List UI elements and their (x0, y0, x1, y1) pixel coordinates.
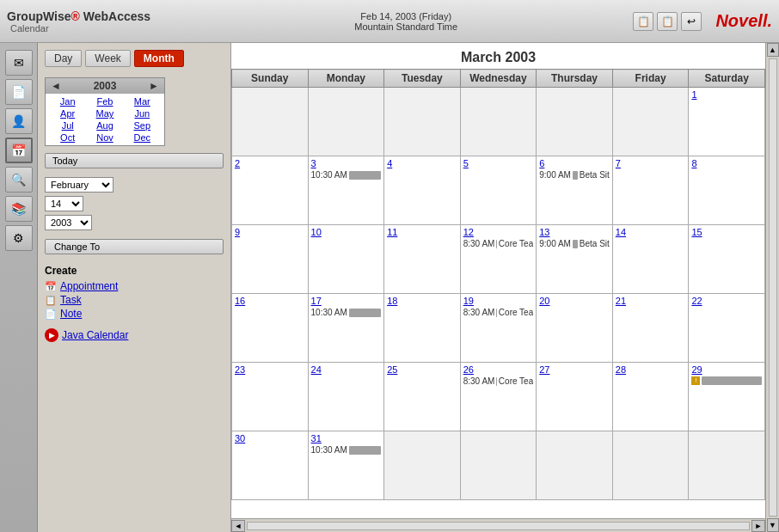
day-number-11[interactable]: 11 (387, 227, 457, 237)
scroll-down[interactable]: ▼ (767, 518, 779, 532)
mini-month-may[interactable]: May (93, 107, 117, 119)
java-calendar-link[interactable]: ▶ Java Calendar (45, 328, 224, 342)
mini-month-jan[interactable]: Jan (56, 95, 80, 107)
day-number-22[interactable]: 22 (691, 296, 762, 306)
mini-month-dec[interactable]: Dec (130, 131, 154, 144)
h-scrollbar[interactable]: ◄ ► (231, 518, 765, 532)
day-number-24[interactable]: 24 (311, 364, 382, 375)
day-number-31[interactable]: 31 (311, 433, 382, 443)
day-cell-1: 1 (689, 88, 765, 156)
event-bar (349, 309, 381, 317)
tab-day[interactable]: Day (45, 50, 82, 67)
table-row: 30 31 10:30 AM (232, 431, 765, 500)
day-number-3[interactable]: 3 (311, 158, 382, 168)
list-item[interactable]: 9:00 AM Beta Sit (539, 239, 610, 248)
v-scroll-track (769, 58, 777, 517)
mini-month-jul[interactable]: Jul (56, 119, 80, 131)
day-number-9[interactable]: 9 (235, 227, 305, 237)
icon-mail[interactable]: ✉ (5, 50, 33, 76)
mini-cal-prev[interactable]: ◄ (49, 80, 63, 92)
list-item[interactable]: 8:30 AM Core Tea (463, 308, 534, 317)
toolbar-btn-3[interactable]: ↩ (681, 12, 702, 31)
day-number-25[interactable]: 25 (387, 364, 457, 375)
day-cell-10: 10 (308, 225, 384, 294)
day-cell-13: 13 9:00 AM Beta Sit (537, 225, 613, 294)
day-cell-15: 15 (689, 225, 765, 294)
day-number-13[interactable]: 13 (539, 227, 610, 237)
create-appointment[interactable]: 📅 Appointment (45, 280, 224, 292)
day-number-27[interactable]: 27 (539, 364, 610, 375)
icon-calendar[interactable]: 📅 (5, 138, 33, 163)
tab-week[interactable]: Week (85, 50, 130, 67)
list-item[interactable]: ! (691, 376, 762, 385)
day-number-21[interactable]: 21 (616, 296, 686, 306)
day-cell-20: 20 (537, 294, 613, 363)
day-select[interactable]: 14 (45, 196, 83, 211)
day-number-29[interactable]: 29 (691, 364, 762, 375)
list-item[interactable]: 8:30 AM Core Tea (463, 239, 534, 248)
table-row: 1 (232, 88, 765, 156)
mini-month-mar[interactable]: Mar (130, 95, 154, 107)
day-number-28[interactable]: 28 (616, 364, 686, 375)
toolbar-btn-1[interactable]: 📋 (633, 12, 653, 31)
mini-month-nov[interactable]: Nov (93, 131, 117, 144)
day-number-14[interactable]: 14 (616, 227, 686, 237)
day-number-20[interactable]: 20 (539, 296, 610, 306)
day-number-18[interactable]: 18 (387, 296, 457, 306)
list-item[interactable]: 9:00 AM Beta Sit (539, 170, 610, 180)
day-number-16[interactable]: 16 (235, 296, 305, 306)
icon-doc[interactable]: 📄 (5, 79, 33, 105)
mini-month-apr[interactable]: Apr (56, 107, 80, 119)
mini-month-oct[interactable]: Oct (56, 131, 80, 144)
day-number-15[interactable]: 15 (691, 227, 762, 237)
tab-month[interactable]: Month (134, 50, 184, 67)
scroll-right[interactable]: ► (751, 520, 765, 532)
day-number-5[interactable]: 5 (463, 158, 534, 168)
mini-month-feb[interactable]: Feb (93, 95, 117, 107)
create-task[interactable]: 📋 Task (45, 294, 224, 306)
appointment-link[interactable]: Appointment (60, 280, 118, 292)
day-number-30[interactable]: 30 (235, 433, 305, 443)
mini-month-jun[interactable]: Jun (130, 107, 154, 119)
task-link[interactable]: Task (60, 294, 82, 306)
event-time: 9:00 AM (539, 239, 571, 248)
day-number-7[interactable]: 7 (616, 158, 686, 168)
icon-search[interactable]: 🔍 (5, 167, 33, 193)
mini-month-sep[interactable]: Sep (130, 119, 154, 131)
toolbar-icons: 📋 📋 ↩ (633, 12, 702, 31)
java-cal-label[interactable]: Java Calendar (62, 329, 128, 341)
day-cell-7: 7 (612, 156, 689, 225)
icon-address[interactable]: 👤 (5, 108, 33, 134)
day-number-19[interactable]: 19 (463, 296, 534, 306)
create-note[interactable]: 📄 Note (45, 308, 224, 320)
mini-cal-next[interactable]: ► (147, 80, 161, 92)
day-number-10[interactable]: 10 (311, 227, 382, 237)
month-select[interactable]: January February March April May June Ju… (45, 177, 113, 193)
today-button[interactable]: Today (45, 153, 224, 168)
day-number-2[interactable]: 2 (235, 158, 305, 168)
day-number-1[interactable]: 1 (691, 89, 762, 100)
note-link[interactable]: Note (60, 308, 82, 320)
list-item[interactable]: 10:30 AM (311, 308, 382, 317)
list-item[interactable]: 10:30 AM (311, 445, 382, 455)
day-number-17[interactable]: 17 (311, 296, 382, 306)
toolbar-btn-2[interactable]: 📋 (657, 12, 678, 31)
day-number-4[interactable]: 4 (387, 158, 457, 168)
day-number-23[interactable]: 23 (235, 364, 305, 375)
list-item[interactable]: 8:30 AM Core Tea (463, 376, 534, 386)
event-time: 10:30 AM (311, 170, 347, 180)
day-number-8[interactable]: 8 (691, 158, 762, 168)
scroll-left[interactable]: ◄ (231, 520, 245, 532)
scroll-up[interactable]: ▲ (767, 43, 779, 57)
icon-books[interactable]: 📚 (5, 196, 33, 222)
change-to-button[interactable]: Change To (45, 239, 224, 254)
day-number-12[interactable]: 12 (463, 227, 534, 237)
list-item[interactable]: 10:30 AM (311, 170, 382, 180)
year-select[interactable]: 2003 (45, 215, 92, 230)
mini-month-aug[interactable]: Aug (93, 119, 117, 131)
col-wednesday: Wednesday (460, 70, 537, 88)
v-scrollbar[interactable]: ▲ ▼ (765, 43, 779, 532)
icon-settings[interactable]: ⚙ (5, 225, 33, 251)
day-number-6[interactable]: 6 (539, 158, 610, 168)
day-number-26[interactable]: 26 (463, 364, 534, 375)
